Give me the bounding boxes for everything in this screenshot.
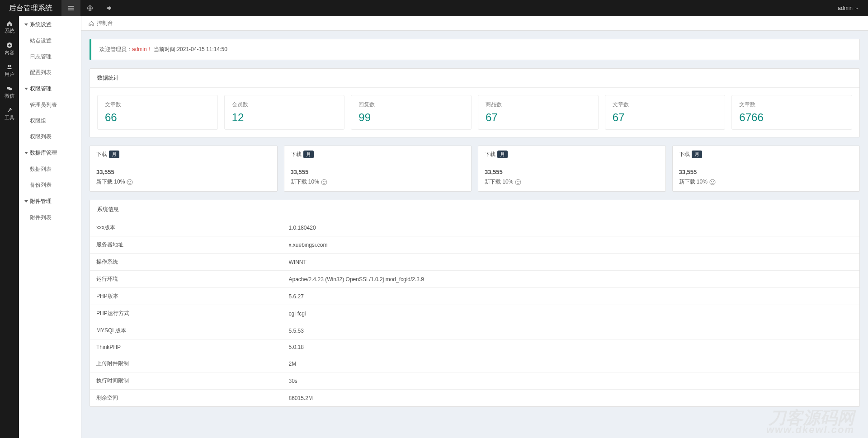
broadcast-icon[interactable] [99,0,118,16]
brand-title: 后台管理系统 [0,4,61,13]
globe-icon[interactable] [80,0,99,16]
user-name: admin [838,5,853,11]
navbar-icon-group [61,0,118,16]
megaphone-icon [106,5,112,11]
user-menu[interactable]: admin [838,5,868,11]
hamburger-icon [68,5,74,11]
globe-svg-icon [87,5,93,11]
top-navbar: 后台管理系统 admin [0,0,868,16]
chevron-down-icon [854,6,859,10]
menu-toggle-icon[interactable] [61,0,80,16]
